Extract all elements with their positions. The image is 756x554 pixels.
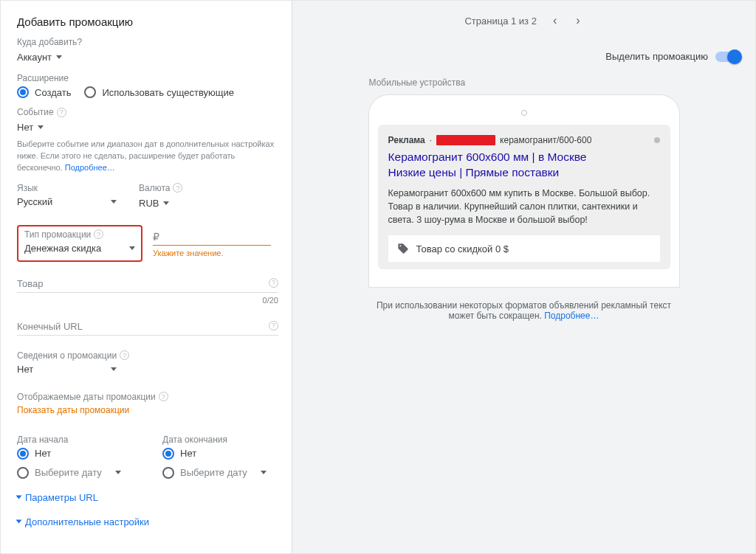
advanced-settings-expand[interactable]: Дополнительные настройки (17, 516, 278, 527)
promo-details-dropdown[interactable]: Нет (17, 364, 117, 377)
end-date-pick-radio[interactable]: Выберите дату (162, 467, 278, 479)
ad-card: Реклама · xxxxxxxxxxx керамогранит/600-6… (378, 125, 670, 269)
radio-icon (17, 86, 29, 98)
event-note-text: Выберите событие или диапазон дат в допо… (17, 139, 274, 172)
ad-domain-redacted: xxxxxxxxxxx (436, 135, 495, 145)
phone-preview: Реклама · xxxxxxxxxxx керамогранит/600-6… (369, 95, 679, 287)
url-parameters-expand[interactable]: Параметры URL (17, 492, 278, 503)
extension-create-radio[interactable]: Создать (17, 86, 71, 98)
start-date-pick-radio[interactable]: Выберите дату (17, 467, 133, 479)
caret-icon (115, 471, 121, 474)
display-dates-label-text: Отображаемые даты промоакции (17, 392, 156, 402)
item-placeholder: Товар (17, 278, 43, 289)
radio-icon (84, 86, 96, 98)
phone-camera-icon (521, 110, 527, 116)
promo-type-label-text: Тип промоакции (24, 229, 91, 240)
highlight-promo-toggle[interactable] (715, 52, 740, 62)
currency-value: RUB (139, 198, 159, 209)
event-value: Нет (17, 122, 33, 133)
promo-type-highlight: Тип промоакции Денежная скидка (17, 225, 142, 262)
ad-headline-line1: Керамогранит 600х600 мм | в Москве (388, 150, 587, 163)
add-to-dropdown[interactable]: Аккаунт (17, 50, 62, 64)
item-input[interactable]: Товар (17, 274, 278, 293)
help-icon[interactable] (57, 108, 66, 117)
help-icon[interactable] (173, 183, 182, 193)
radio-label: Использовать существующие (102, 87, 234, 98)
extension-existing-radio[interactable]: Использовать существующие (84, 86, 234, 98)
expand-label: Дополнительные настройки (25, 516, 149, 527)
pager-next-button[interactable]: › (573, 14, 583, 27)
item-counter: 0/20 (17, 296, 278, 305)
event-note: Выберите событие или диапазон дат в допо… (17, 139, 278, 174)
add-to-label: Куда добавить? (17, 37, 278, 47)
radio-label: Выберите дату (180, 467, 247, 478)
event-dropdown[interactable]: Нет (17, 120, 44, 134)
radio-label: Выберите дату (35, 467, 102, 478)
tag-icon (397, 243, 409, 255)
preview-footer-note: При использовании некоторых форматов объ… (369, 300, 679, 321)
promo-details-label: Сведения о промоакции (17, 350, 278, 361)
pager-text: Страница 1 из 2 (464, 15, 536, 27)
promo-type-value: Денежная скидка (24, 243, 101, 254)
event-note-link[interactable]: Подробнее… (65, 163, 115, 172)
language-dropdown[interactable]: Русский (17, 196, 117, 210)
highlight-promo-row: Выделить промоакцию (605, 51, 740, 62)
end-date-label: Дата окончания (162, 434, 278, 445)
final-url-placeholder: Конечный URL (17, 321, 83, 332)
currency-label: Валюта (139, 183, 182, 193)
language-label: Язык (17, 183, 117, 193)
ruble-icon: ₽ (153, 231, 159, 243)
start-date-none-radio[interactable]: Нет (17, 448, 133, 460)
expand-label: Параметры URL (25, 492, 98, 503)
caret-icon (111, 367, 117, 371)
radio-icon (17, 467, 29, 479)
chevron-down-icon (16, 496, 22, 499)
promo-details-value: Нет (17, 364, 33, 375)
ad-info-icon (654, 137, 660, 143)
event-label: Событие (17, 107, 278, 117)
promo-type-dropdown[interactable]: Денежная скидка (24, 243, 135, 256)
ad-badge: Реклама (388, 135, 425, 145)
show-display-dates-link[interactable]: Показать даты промоакции (17, 405, 278, 415)
currency-dropdown[interactable]: RUB (139, 196, 169, 210)
ad-description: Керамогранит 600х600 мм купить в Москве.… (388, 187, 660, 226)
event-label-text: Событие (17, 107, 54, 117)
radio-label: Создать (35, 87, 71, 98)
ad-headline[interactable]: Керамогранит 600х600 мм | в Москве Низки… (388, 150, 660, 181)
promo-value-error: Укажите значение. (153, 249, 271, 257)
radio-icon (162, 448, 174, 460)
caret-icon (261, 471, 267, 474)
extension-label: Расширение (17, 73, 278, 83)
promo-type-label: Тип промоакции (24, 229, 135, 240)
footer-note-link[interactable]: Подробнее… (544, 311, 599, 321)
radio-label: Нет (180, 448, 196, 459)
radio-label: Нет (35, 448, 51, 459)
help-icon[interactable] (269, 278, 278, 288)
add-to-value: Аккаунт (17, 52, 52, 63)
promo-details-label-text: Сведения о промоакции (17, 350, 117, 361)
promo-value-input[interactable]: ₽ (153, 228, 271, 246)
footer-note-text: При использовании некоторых форматов объ… (377, 300, 671, 321)
preview-panel: Страница 1 из 2 ‹ › Выделить промоакцию … (292, 1, 755, 553)
promo-chip: Товар со скидкой 0 $ (388, 235, 660, 262)
chevron-down-icon (16, 520, 22, 524)
help-icon[interactable] (159, 392, 168, 401)
ad-url-path: керамогранит/600-600 (500, 135, 591, 145)
form-panel: Добавить промоакцию Куда добавить? Аккау… (1, 1, 292, 553)
help-icon[interactable] (94, 229, 103, 239)
preview-device-label: Мобильные устройства (369, 77, 679, 88)
caret-icon (129, 246, 135, 250)
caret-icon (163, 201, 169, 205)
page-title: Добавить промоакцию (17, 15, 278, 28)
caret-icon (56, 55, 62, 59)
caret-icon (38, 125, 44, 129)
pager: Страница 1 из 2 ‹ › (292, 10, 755, 32)
final-url-input[interactable]: Конечный URL (17, 316, 278, 336)
end-date-none-radio[interactable]: Нет (162, 448, 278, 460)
help-icon[interactable] (269, 321, 278, 330)
pager-prev-button[interactable]: ‹ (550, 14, 560, 27)
highlight-promo-label: Выделить промоакцию (605, 51, 708, 62)
help-icon[interactable] (120, 350, 129, 360)
radio-icon (17, 448, 29, 460)
start-date-label: Дата начала (17, 434, 133, 445)
